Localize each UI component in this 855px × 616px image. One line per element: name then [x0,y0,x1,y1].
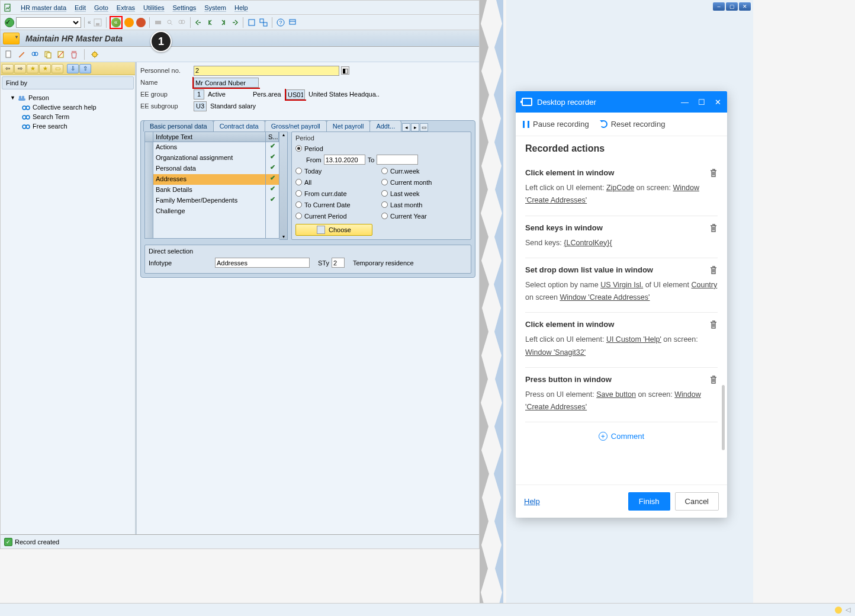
tab-basic-personal-data[interactable]: Basic personal data [143,120,214,131]
menu-help[interactable]: Help [234,4,248,11]
col-infotype-text[interactable]: Infotype Text [153,132,266,142]
exit-icon[interactable] [124,17,134,28]
cancel-icon[interactable] [136,17,146,28]
action-card[interactable]: Click element in window Left click on UI… [525,313,718,368]
sty-input[interactable] [332,258,345,268]
radio-option[interactable] [295,168,302,174]
back-button-highlighted[interactable]: « [110,16,123,29]
save-icon[interactable] [92,17,103,28]
action-card[interactable]: Press button in window Press on UI eleme… [525,368,718,423]
delete-action-icon[interactable] [709,265,718,275]
menu-edit[interactable]: Edit [75,4,86,11]
tab-scroll-right-icon[interactable]: ▸ [411,123,419,131]
tree-child-1[interactable]: Search Term [3,112,133,121]
infotype-row[interactable] [145,217,279,227]
radio-option[interactable] [381,168,388,174]
edit-icon[interactable] [17,50,27,59]
new-icon[interactable] [4,50,14,59]
radio-option[interactable] [295,179,302,185]
add-comment-button[interactable]: + Comment [525,422,718,441]
pause-recording-button[interactable]: Pause recording [523,120,589,129]
tab-scroll-left-icon[interactable]: ◂ [402,123,410,131]
command-field[interactable] [16,17,81,28]
infotype-input[interactable] [215,258,310,268]
recorder-minimize-icon[interactable]: ― [681,98,689,107]
action-card[interactable]: Click element in window Left click on UI… [525,161,718,216]
delete-icon[interactable] [69,50,79,59]
title-dropdown-icon[interactable] [3,33,20,44]
menu-goto[interactable]: Goto [94,4,108,11]
close-button[interactable]: ✕ [739,2,751,11]
radio-option[interactable] [381,190,388,197]
from-input[interactable] [324,155,365,165]
tree-child-0[interactable]: Collective search help [3,102,133,112]
infotype-row[interactable]: Organizational assignment✔ [145,153,279,163]
infotype-row[interactable] [145,227,279,238]
to-input[interactable] [377,155,418,165]
menu-hr-master-data[interactable]: HR master data [21,4,66,11]
delete-action-icon[interactable] [709,168,718,178]
menu-extras[interactable]: Extras [117,4,135,11]
tab-additional[interactable]: Addt... [369,120,401,131]
last-page-icon[interactable] [229,17,240,28]
tab-contract-data[interactable]: Contract data [213,120,265,131]
col-status[interactable]: S... [266,132,279,142]
table-scrollbar[interactable]: ▴▾ [279,131,288,240]
tab-list-icon[interactable]: ▭ [420,123,428,131]
overview-icon[interactable] [90,50,99,59]
nav-collapse-icon[interactable]: ⇧ [79,64,91,73]
infotype-row[interactable]: Addresses✔ [145,174,279,185]
nav-fwd-icon[interactable]: ⇨ [14,64,26,73]
new-session-icon[interactable] [246,17,257,28]
tab-gross-net-payroll[interactable]: Gross/net payroll [265,120,327,131]
cancel-button[interactable]: Cancel [675,492,719,511]
infotype-row[interactable]: Personal data✔ [145,163,279,174]
infotype-row[interactable]: Bank Details✔ [145,185,279,195]
tab-net-payroll[interactable]: Net payroll [326,120,371,131]
radio-option[interactable] [295,201,302,208]
action-card[interactable]: Send keys in window Send keys: {LControl… [525,216,718,258]
infotype-row[interactable]: Family Member/Dependents✔ [145,195,279,206]
infotype-row[interactable]: Actions✔ [145,142,279,153]
nav-folder-icon[interactable]: ▭ [52,64,63,73]
nav-star2-icon[interactable]: ★ [39,64,51,73]
recorder-maximize-icon[interactable]: ☐ [698,98,705,107]
radio-option[interactable] [381,201,388,208]
action-card[interactable]: Set drop down list value in window Selec… [525,258,718,313]
delete-action-icon[interactable] [709,375,718,384]
nav-star-icon[interactable]: ★ [27,64,38,73]
recorder-scrollbar[interactable] [722,385,725,450]
radio-option[interactable] [381,213,388,219]
layout-icon[interactable] [287,17,298,28]
nav-back-icon[interactable]: ⇦ [2,64,14,73]
tree-child-2[interactable]: Free search [3,121,133,131]
radio-period[interactable] [295,145,302,152]
menu-system[interactable]: System [204,4,226,11]
choose-button[interactable]: Choose [295,224,372,236]
finish-button[interactable]: Finish [628,492,670,511]
minimize-button[interactable]: – [713,2,725,11]
radio-option[interactable] [295,213,302,219]
enter-icon[interactable]: ✓ [4,17,15,28]
menu-utilities[interactable]: Utilities [143,4,164,11]
first-page-icon[interactable] [194,17,204,28]
prev-page-icon[interactable] [205,17,216,28]
help-link[interactable]: Help [524,497,540,506]
infotype-row[interactable]: Challenge [145,206,279,217]
help-icon[interactable]: ? [275,17,286,28]
maximize-button[interactable]: ▢ [726,2,738,11]
search-help-icon[interactable]: ◧ [341,66,349,75]
reset-recording-button[interactable]: Reset recording [600,120,666,129]
next-page-icon[interactable] [217,17,228,28]
recorder-close-icon[interactable]: ✕ [715,98,721,107]
radio-option[interactable] [381,179,388,185]
personnel-no-input[interactable] [194,66,339,76]
nav-expand-icon[interactable]: ⇩ [67,64,79,73]
tree-root-person[interactable]: ▼ Person [3,93,133,102]
delete-action-icon[interactable] [709,320,718,329]
copy-icon[interactable] [43,50,53,59]
delimit-icon[interactable] [56,50,66,59]
display-icon[interactable] [30,50,40,59]
radio-option[interactable] [295,190,302,197]
menu-settings[interactable]: Settings [173,4,197,11]
